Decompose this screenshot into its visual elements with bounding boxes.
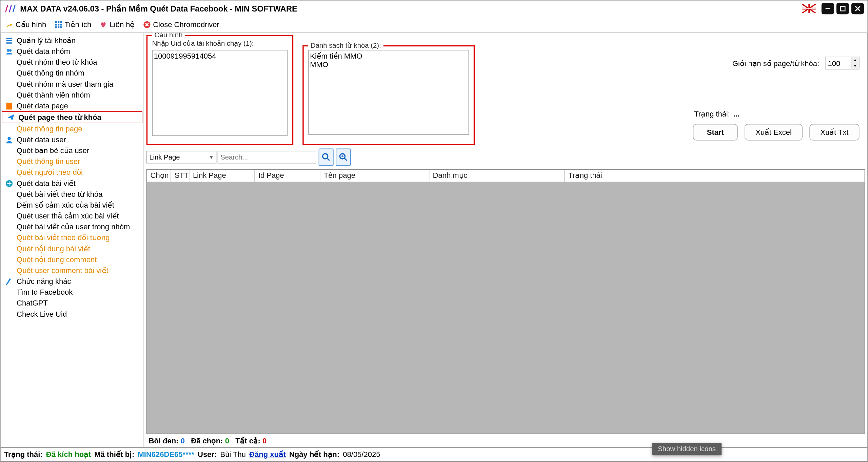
- right-controls: Giới hạn số page/từ khóa: ▲▼ Trạng thái:…: [688, 35, 864, 142]
- sidebar-item-15[interactable]: Đếm số cảm xúc của bài viết: [1, 200, 144, 210]
- limit-value[interactable]: [826, 57, 851, 69]
- svg-rect-4: [57, 21, 59, 23]
- sidebar-item-21[interactable]: Quét user comment bài viết: [1, 265, 144, 276]
- close-circle-icon: [143, 20, 151, 28]
- search-button[interactable]: [319, 149, 334, 166]
- sidebar-item-5[interactable]: Quét thành viên nhóm: [1, 89, 144, 100]
- status-label: Trạng thái:: [694, 109, 730, 118]
- sidebar-item-2[interactable]: Quét nhóm theo từ khóa: [1, 57, 144, 68]
- sidebar-item-9[interactable]: Quét data user: [1, 134, 144, 145]
- config-legend: Cấu hình: [152, 33, 185, 39]
- sidebar-item-label: Quét thông tin nhóm: [17, 69, 84, 77]
- uid-label: Nhập Uid của tài khoản chạy (1):: [152, 40, 288, 48]
- search-field-combo[interactable]: Link Page ▼: [146, 151, 217, 163]
- sidebar-item-17[interactable]: Quét bài viết của user trong nhóm: [1, 222, 144, 232]
- grid-header: Chọn STT Link Page Id Page Tên page Danh…: [147, 170, 864, 182]
- col-trangthai[interactable]: Trạng thái: [565, 170, 865, 182]
- search-input[interactable]: [218, 151, 316, 163]
- sidebar-item-11[interactable]: Quét thông tin user: [1, 156, 144, 167]
- sidebar-item-label: Quét bạn bè của user: [17, 146, 89, 155]
- menu-tienich[interactable]: Tiện ích: [54, 20, 91, 28]
- tray-tooltip: Show hidden icons: [652, 443, 721, 455]
- sidebar-item-10[interactable]: Quét bạn bè của user: [1, 145, 144, 156]
- boiden-label: Bôi đen:: [149, 436, 179, 445]
- keyword-fieldset: Danh sách từ khóa (2):: [302, 45, 475, 145]
- svg-point-18: [323, 154, 328, 159]
- sidebar-item-3[interactable]: Quét thông tin nhóm: [1, 68, 144, 79]
- sidebar-item-12[interactable]: Quét người theo dõi: [1, 167, 144, 178]
- export-txt-button[interactable]: Xuất Txt: [809, 124, 859, 141]
- sidebar-item-label: Quét data page: [17, 102, 68, 110]
- svg-point-13: [7, 49, 9, 51]
- svg-point-14: [9, 49, 12, 51]
- sidebar-item-14[interactable]: Quét bài viết theo từ khóa: [1, 189, 144, 200]
- start-button[interactable]: Start: [693, 124, 738, 141]
- col-tenpage[interactable]: Tên page: [320, 170, 430, 182]
- export-excel-button[interactable]: Xuất Excel: [745, 124, 803, 141]
- sidebar: Quản lý tài khoảnQuét data nhómQuét nhóm…: [1, 33, 144, 447]
- logout-link[interactable]: Đăng xuất: [249, 450, 286, 459]
- sidebar-item-label: Quét người theo dõi: [17, 168, 83, 176]
- sidebar-item-19[interactable]: Quét nội dung bài viết: [1, 243, 144, 254]
- dachon-label: Đã chọn:: [191, 436, 223, 445]
- sidebar-item-13[interactable]: Quét data bài viết: [1, 178, 144, 189]
- sidebar-item-7[interactable]: Quét page theo từ khóa: [2, 111, 142, 123]
- app-window: MAX DATA v24.06.03 - Phần Mềm Quét Data …: [0, 0, 868, 462]
- minimize-button[interactable]: [822, 3, 834, 14]
- sb-user-label: User:: [198, 450, 217, 459]
- svg-rect-10: [57, 26, 59, 28]
- menu-close-label: Close Chromedriver: [153, 20, 219, 28]
- svg-rect-8: [60, 23, 62, 25]
- sidebar-item-8[interactable]: Quét thông tin page: [1, 123, 144, 134]
- sb-expire-label: Ngày hết hạn:: [289, 450, 339, 459]
- search-zoom-button[interactable]: [336, 149, 351, 166]
- limit-input[interactable]: ▲▼: [825, 57, 860, 69]
- sidebar-item-label: Đếm số cảm xúc của bài viết: [17, 201, 114, 209]
- wrench-icon: [5, 20, 13, 28]
- sb-thietbi-label: Mã thiết bị:: [94, 450, 134, 459]
- svg-rect-7: [57, 23, 59, 25]
- sidebar-item-label: Quét nhóm theo từ khóa: [17, 58, 97, 66]
- uid-input[interactable]: [152, 50, 288, 136]
- sidebar-item-22[interactable]: Chức năng khác: [1, 276, 144, 287]
- menu-close-chromedriver[interactable]: Close Chromedriver: [143, 20, 219, 28]
- menubar: Cấu hình Tiện ích Liên hệ Close Chromedr…: [1, 17, 868, 33]
- sidebar-item-label: Quét page theo từ khóa: [18, 113, 101, 122]
- sidebar-item-4[interactable]: Quét nhóm mà user tham gia: [1, 79, 144, 89]
- sidebar-item-label: Quản lý tài khoản: [17, 36, 76, 45]
- svg-rect-2: [841, 6, 845, 11]
- sidebar-item-24[interactable]: ChatGPT: [1, 298, 144, 309]
- col-danhmuc[interactable]: Danh mục: [429, 170, 565, 182]
- col-idpage[interactable]: Id Page: [255, 170, 320, 182]
- col-stt[interactable]: STT: [171, 170, 190, 182]
- tatca-label: Tất cả:: [235, 436, 260, 445]
- sb-expire-value: 08/05/2025: [343, 450, 380, 459]
- sidebar-item-18[interactable]: Quét bài viết theo đối tượng: [1, 232, 144, 243]
- close-button[interactable]: [851, 3, 864, 14]
- sidebar-item-1[interactable]: Quét data nhóm: [1, 46, 144, 57]
- boiden-value: 0: [181, 436, 185, 445]
- sidebar-item-label: Quét user comment bài viết: [17, 266, 108, 275]
- maximize-button[interactable]: [836, 3, 849, 14]
- sidebar-item-20[interactable]: Quét nội dung comment: [1, 254, 144, 265]
- sidebar-item-label: Quét data user: [17, 135, 66, 144]
- svg-rect-1: [826, 8, 830, 9]
- sidebar-item-23[interactable]: Tìm Id Facebook: [1, 287, 144, 298]
- sidebar-item-25[interactable]: Check Live Uid: [1, 309, 144, 319]
- svg-rect-5: [60, 21, 62, 23]
- dachon-value: 0: [225, 436, 229, 445]
- language-flag-icon[interactable]: [802, 4, 816, 13]
- menu-lienhe[interactable]: Liên hệ: [99, 20, 135, 28]
- results-grid[interactable]: Chọn STT Link Page Id Page Tên page Danh…: [146, 169, 865, 434]
- menu-cauhinh[interactable]: Cấu hình: [5, 20, 46, 28]
- menu-cauhinh-label: Cấu hình: [16, 20, 46, 28]
- sidebar-item-0[interactable]: Quản lý tài khoản: [1, 35, 144, 46]
- main-panel: Cấu hình Nhập Uid của tài khoản chạy (1)…: [144, 33, 867, 447]
- sidebar-item-16[interactable]: Quét user thả cảm xúc bài viết: [1, 210, 144, 221]
- limit-spinner[interactable]: ▲▼: [851, 57, 859, 69]
- col-chon[interactable]: Chọn: [147, 170, 171, 182]
- combo-value: Link Page: [149, 153, 209, 161]
- sidebar-item-6[interactable]: Quét data page: [1, 100, 144, 111]
- keyword-input[interactable]: [308, 50, 469, 135]
- col-linkpage[interactable]: Link Page: [190, 170, 255, 182]
